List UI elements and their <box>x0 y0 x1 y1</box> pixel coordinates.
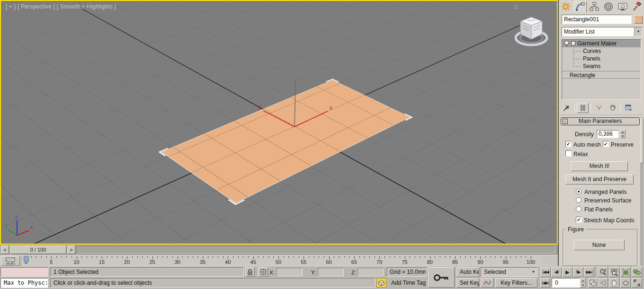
absolute-mode-toggle[interactable] <box>258 267 268 277</box>
make-unique-button[interactable] <box>593 103 605 113</box>
previous-frame-button[interactable]: < <box>1 245 9 254</box>
viewcube-home-icon[interactable]: ⌂ <box>514 2 519 10</box>
time-slider[interactable]: 0 / 100 <box>10 245 66 254</box>
pan-hand-icon <box>611 280 617 287</box>
tab-hierarchy[interactable] <box>588 1 601 12</box>
trackbar-frame-label: 10 <box>72 259 82 265</box>
density-spinner[interactable]: ▲ ▼ <box>620 130 626 138</box>
collapse-box-icon[interactable]: - <box>571 41 575 45</box>
mesh-it-button[interactable]: Mesh It! <box>571 161 628 171</box>
viewcube[interactable] <box>513 13 549 49</box>
stack-subobject-seams[interactable]: Seams <box>562 62 641 70</box>
grid-setting-field: Grid = 10,0mm <box>386 267 426 277</box>
default-tangent-button[interactable] <box>481 278 494 288</box>
spin-down-icon[interactable]: ▼ <box>620 134 626 138</box>
figure-group-title: Figure <box>566 226 586 233</box>
modifier-on-bulb-icon[interactable] <box>564 41 569 47</box>
tab-utilities[interactable] <box>631 1 644 12</box>
coord-y-field[interactable] <box>318 268 344 276</box>
stack-subobject-curves[interactable]: Curves <box>562 47 641 55</box>
motion-icon <box>604 2 613 11</box>
zoom-all-button[interactable] <box>609 267 619 277</box>
time-configuration-button[interactable] <box>588 278 598 288</box>
trackbar-frame-label: 60 <box>324 259 334 265</box>
tab-display[interactable] <box>617 1 629 12</box>
tab-motion[interactable] <box>602 1 615 12</box>
zoom-icon <box>599 269 607 276</box>
auto-key-button[interactable]: Auto Key <box>456 267 479 277</box>
pan-button[interactable] <box>609 278 619 288</box>
viewport-label[interactable]: [ + ] [ Perspective ] [ Smooth + Highlig… <box>6 3 116 10</box>
isolate-selection-toggle[interactable] <box>376 278 386 288</box>
key-filters-button[interactable]: Key Filters... <box>495 278 537 288</box>
spin-down-icon[interactable]: ▼ <box>580 283 586 288</box>
trackbar-frame-label: 35 <box>197 259 208 265</box>
stack-item-garment-maker[interactable]: - Garment Maker <box>562 40 641 47</box>
spin-up-icon[interactable]: ▲ <box>580 278 586 283</box>
frame-field-spinner[interactable]: ▲ ▼ <box>580 278 586 288</box>
maxscript-mini-listener[interactable]: Max to Physc: <box>0 278 48 288</box>
figure-group: Figure None <box>563 229 637 266</box>
zoom-extents-button[interactable] <box>620 267 631 277</box>
add-time-tag[interactable]: Add Time Tag <box>388 278 426 288</box>
macro-recorder-field[interactable] <box>0 267 48 277</box>
preserved-surface-radio[interactable] <box>576 197 581 203</box>
field-of-view-button[interactable] <box>598 278 608 288</box>
time-slider-track[interactable] <box>76 246 555 254</box>
mesh-it-and-preserve-button[interactable]: Mesh It and Preserve <box>565 175 634 184</box>
spin-up-icon[interactable]: ▲ <box>620 130 626 134</box>
orbit-button[interactable] <box>620 278 631 288</box>
go-to-start-button[interactable]: |◀◀ <box>540 267 551 277</box>
stretch-map-coords-checkbox[interactable]: ✔ <box>576 217 582 223</box>
play-button[interactable]: ▶ <box>562 267 572 277</box>
previous-frame-playback-button[interactable]: ◀‖ <box>551 267 562 277</box>
auto-mesh-checkbox[interactable]: ✔ <box>565 141 572 147</box>
flat-panels-radio[interactable] <box>576 206 581 212</box>
stack-item-rectangle[interactable]: Rectangle <box>562 71 641 79</box>
current-frame-field[interactable]: 0 <box>552 278 580 288</box>
remove-modifier-icon <box>610 105 616 111</box>
preserve-checkbox[interactable]: ✔ <box>603 141 609 147</box>
viewport-perspective[interactable]: x y [ + ] [ Perspective ] [ Smooth + Hig… <box>0 0 558 245</box>
configure-modifier-sets-button[interactable] <box>623 103 635 113</box>
coord-z-field[interactable] <box>358 268 384 276</box>
panel-scrollbar[interactable] <box>640 117 644 266</box>
stack-subobject-panels[interactable]: Panels <box>562 55 641 62</box>
arranged-panels-radio[interactable] <box>576 189 581 194</box>
relax-checkbox[interactable] <box>565 150 572 157</box>
tab-create[interactable] <box>560 1 572 12</box>
remove-modifier-button[interactable] <box>607 103 618 113</box>
rollout-collapse-icon[interactable]: - <box>563 119 568 124</box>
viewport-scene <box>1 1 557 244</box>
coord-y-label: Y: <box>311 268 316 277</box>
trackbar-ruler[interactable]: 0510152025303540455055606570758085909510… <box>21 255 542 266</box>
tab-modify[interactable] <box>574 1 587 12</box>
object-name-field[interactable]: Rectangle001 <box>562 15 632 24</box>
pin-stack-button[interactable] <box>561 103 572 113</box>
selection-set-dropdown[interactable]: Selected ▼ <box>481 267 537 277</box>
check-icon: ✔ <box>604 141 608 147</box>
main-parameters-rollout[interactable]: - Main Parameters <box>561 117 640 125</box>
panel-scrollbar-thumb[interactable] <box>640 118 644 163</box>
object-color-swatch[interactable] <box>634 15 643 24</box>
zoom-all-icon <box>611 269 618 276</box>
maximize-viewport-toggle[interactable] <box>632 278 642 288</box>
density-field[interactable]: 0,386 <box>597 130 618 138</box>
zoom-extents-all-button[interactable] <box>632 267 642 277</box>
modifier-list-dropdown[interactable]: Modifier List ▼ <box>562 27 643 36</box>
next-frame-playback-button[interactable]: ‖▶ <box>573 267 583 277</box>
set-key-button[interactable]: Set Key <box>456 278 479 288</box>
next-frame-button[interactable]: > <box>67 245 75 254</box>
mini-curve-editor-button[interactable] <box>1 256 20 266</box>
current-frame-marker[interactable] <box>24 256 29 262</box>
show-end-result-toggle[interactable] <box>577 103 589 113</box>
coord-x-field[interactable] <box>277 268 303 276</box>
time-config-icon <box>590 280 596 286</box>
key-mode-toggle[interactable]: |◀▶| <box>540 278 550 288</box>
zoom-button[interactable] <box>598 267 608 277</box>
set-keys-button[interactable] <box>428 267 455 288</box>
figure-none-button[interactable]: None <box>573 240 625 250</box>
selection-lock-toggle[interactable] <box>245 267 255 277</box>
go-to-end-button[interactable]: ▶▶| <box>584 267 594 277</box>
modify-icon <box>575 2 585 11</box>
